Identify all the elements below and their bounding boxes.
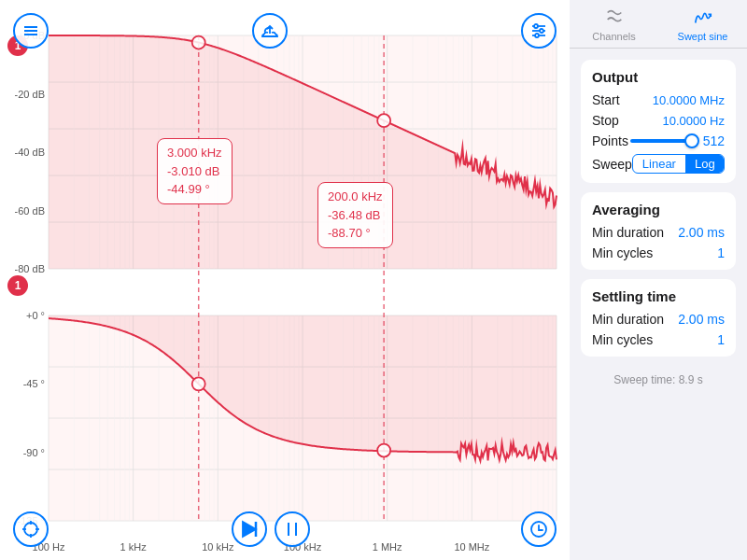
menu-button[interactable]: [13, 13, 49, 49]
points-slider-track[interactable]: [630, 139, 696, 143]
control-panel: Channels Swept sine Output Start 10.0000…: [570, 0, 747, 560]
avg-cycles-label: Min cycles: [592, 245, 653, 260]
output-points-value: 512: [703, 133, 725, 148]
settling-cycles-value[interactable]: 1: [717, 332, 725, 347]
crosshair-button[interactable]: [13, 511, 49, 547]
output-sweep-row: Sweep Linear Log: [592, 154, 725, 174]
frequency-chart: [0, 0, 570, 560]
output-section: Output Start 10.0000 MHz Stop 10.0000 Hz…: [581, 60, 736, 183]
sweep-time: Sweep time: 8.9 s: [581, 366, 736, 390]
avg-duration-value[interactable]: 2.00 ms: [678, 225, 725, 240]
output-title: Output: [592, 69, 725, 85]
svg-point-17: [540, 29, 543, 33]
channel-indicator-bottom: 1: [7, 275, 28, 296]
sweep-toggle-group: Linear Log: [632, 154, 725, 174]
output-points-label: Points: [592, 133, 628, 148]
output-stop-row: Stop 10.0000 Hz: [592, 113, 725, 128]
measure-button[interactable]: [521, 511, 557, 547]
averaging-section: Averaging Min duration 2.00 ms Min cycle…: [581, 192, 736, 270]
svg-marker-5: [243, 522, 256, 537]
settling-section: Settling time Min duration 2.00 ms Min c…: [581, 279, 736, 357]
output-points-row: Points 512: [592, 133, 725, 148]
averaging-title: Averaging: [592, 202, 725, 217]
tab-channels-label: Channels: [592, 31, 635, 42]
tab-swept-sine[interactable]: Swept sine: [658, 0, 747, 48]
chart-area: 1 1 3.000 kHz -3.010 dB -44.99 ° 200.0 k…: [0, 0, 570, 560]
tab-swept-sine-label: Swept sine: [678, 31, 728, 42]
avg-cycles-value[interactable]: 1: [717, 245, 725, 260]
svg-point-16: [534, 24, 538, 28]
settings-button[interactable]: [521, 13, 557, 49]
settling-duration-value[interactable]: 2.00 ms: [678, 312, 725, 327]
pause-button[interactable]: [275, 511, 310, 547]
output-stop-value[interactable]: 10.0000 Hz: [663, 114, 726, 128]
output-start-value[interactable]: 10.0000 MHz: [653, 93, 725, 107]
avg-cycles-row: Min cycles 1: [592, 245, 725, 260]
sweep-log-button[interactable]: Log: [685, 155, 725, 173]
output-stop-label: Stop: [592, 113, 619, 128]
panel-content: Output Start 10.0000 MHz Stop 10.0000 Hz…: [570, 49, 747, 560]
points-slider-thumb[interactable]: [684, 133, 699, 148]
settling-title: Settling time: [592, 288, 725, 304]
avg-duration-label: Min duration: [592, 225, 664, 240]
settling-cycles-row: Min cycles 1: [592, 332, 725, 347]
svg-point-18: [535, 34, 539, 37]
panel-tabs: Channels Swept sine: [570, 0, 747, 49]
settling-duration-label: Min duration: [592, 312, 664, 327]
tab-channels[interactable]: Channels: [570, 0, 658, 48]
avg-duration-row: Min duration 2.00 ms: [592, 225, 725, 240]
points-slider-row: 512: [630, 133, 725, 148]
sweep-linear-button[interactable]: Linear: [633, 155, 685, 173]
settling-cycles-label: Min cycles: [592, 332, 653, 347]
settling-duration-row: Min duration 2.00 ms: [592, 312, 725, 327]
play-button[interactable]: [232, 511, 267, 547]
output-start-label: Start: [592, 92, 620, 107]
upload-button[interactable]: [252, 13, 288, 49]
output-sweep-label: Sweep: [592, 157, 632, 172]
output-start-row: Start 10.0000 MHz: [592, 92, 725, 107]
svg-point-0: [24, 523, 37, 536]
